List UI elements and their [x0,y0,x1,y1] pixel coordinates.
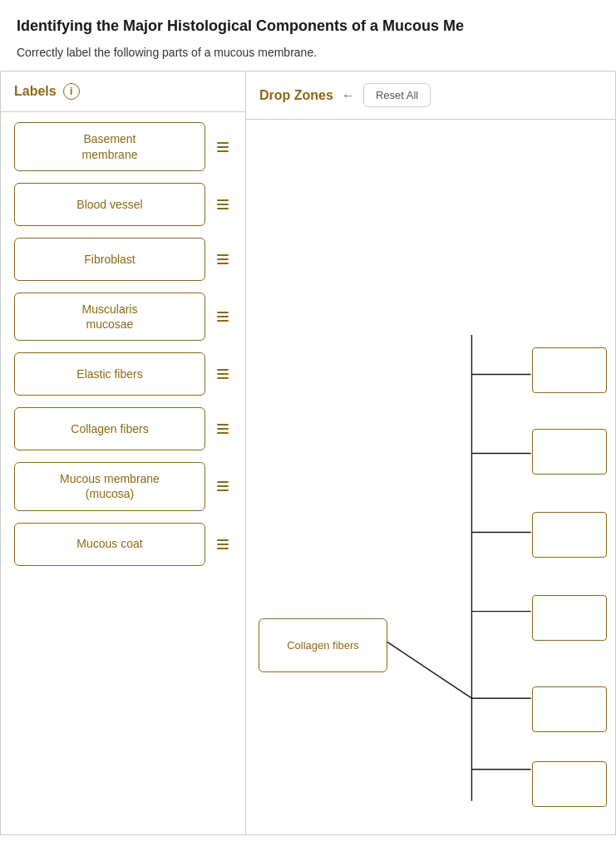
svg-line-31 [377,636,471,699]
main-container: Labels i Basementmembrane [0,71,616,835]
svg-rect-12 [217,369,229,371]
labels-header: Labels i [1,71,245,112]
svg-rect-6 [217,254,229,256]
drop-zone-3[interactable] [532,512,607,558]
labels-list: Basementmembrane Blood vessel [1,112,245,575]
label-collagen-fibers[interactable]: Collagen fibers [14,407,205,450]
svg-rect-9 [217,312,229,313]
labels-heading: Labels [14,84,57,99]
label-mucous-membrane[interactable]: Mucous membrane(mucosa) [14,462,205,510]
info-icon[interactable]: i [63,83,80,100]
list-icon-collagen-fibers[interactable] [214,420,232,438]
drop-zone-2[interactable] [532,429,607,475]
label-muscularis-mucosae[interactable]: Muscularismucosae [14,293,205,341]
list-icon-fibroblast[interactable] [214,250,232,268]
drop-zone-5[interactable] [532,686,607,732]
list-item: Collagen fibers [14,407,232,450]
svg-rect-21 [217,539,229,541]
back-arrow-icon[interactable]: ← [342,88,355,103]
page-title: Identifying the Major Histological Compo… [17,17,599,36]
svg-rect-7 [217,258,229,260]
label-elastic-fibers[interactable]: Elastic fibers [14,352,205,396]
svg-rect-1 [217,146,229,148]
list-icon-mucous-membrane[interactable] [214,477,232,495]
reset-all-button[interactable]: Reset All [363,83,431,107]
label-blood-vessel[interactable]: Blood vessel [14,183,205,226]
dropzones-heading: Drop Zones [259,88,333,103]
svg-rect-2 [217,150,229,152]
page-subtitle: Correctly label the following parts of a… [17,46,599,59]
svg-rect-18 [217,481,229,483]
svg-rect-11 [217,320,229,322]
svg-rect-15 [217,424,229,426]
svg-rect-13 [217,373,229,375]
drop-zone-4[interactable] [532,595,607,641]
svg-rect-22 [217,544,229,545]
svg-rect-17 [217,432,229,434]
svg-rect-0 [217,142,229,144]
list-item: Basementmembrane [14,122,232,170]
page-header: Identifying the Major Histological Compo… [0,0,616,71]
list-icon-blood-vessel[interactable] [214,195,232,214]
list-item: Mucous coat [14,523,232,566]
list-item: Mucous membrane(mucosa) [14,462,232,510]
drop-zone-1[interactable] [532,347,607,393]
svg-rect-14 [217,377,229,379]
list-icon-muscularis-mucosae[interactable] [214,307,232,326]
dropzones-content: Collagen fibers [246,120,615,834]
list-item: Blood vessel [14,183,232,226]
list-item: Muscularismucosae [14,293,232,341]
svg-rect-10 [217,316,229,317]
label-fibroblast[interactable]: Fibroblast [14,238,205,281]
diagram-area: Collagen fibers [254,128,607,826]
svg-rect-16 [217,428,229,430]
svg-rect-20 [217,489,229,491]
svg-rect-5 [217,208,229,209]
list-icon-mucous-coat[interactable] [214,535,232,553]
svg-rect-3 [217,199,229,201]
drop-zone-6[interactable] [532,761,607,807]
label-mucous-coat[interactable]: Mucous coat [14,523,205,566]
list-icon-elastic-fibers[interactable] [214,365,232,383]
dropzones-panel: Drop Zones ← Reset All [246,71,615,834]
svg-rect-8 [217,263,229,264]
svg-rect-19 [217,485,229,487]
labels-panel: Labels i Basementmembrane [1,71,246,834]
dropzones-header: Drop Zones ← Reset All [246,71,615,120]
label-basement-membrane[interactable]: Basementmembrane [14,122,205,170]
list-icon-basement-membrane[interactable] [214,138,232,156]
svg-rect-4 [217,204,229,205]
svg-rect-23 [217,548,229,549]
dropped-label-collagen-fibers[interactable]: Collagen fibers [259,618,387,672]
list-item: Elastic fibers [14,352,232,396]
list-item: Fibroblast [14,238,232,281]
